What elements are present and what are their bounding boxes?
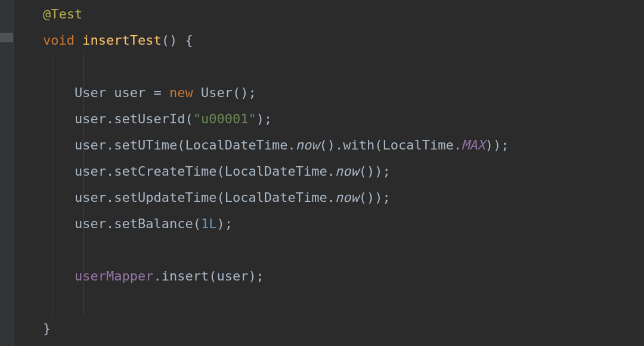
stmt-insert-b: .insert(user); (153, 269, 264, 283)
close-paren-stmt: ()); (359, 190, 391, 205)
editor-gutter (0, 0, 14, 346)
keyword-void: void (43, 33, 75, 48)
decl-rest: () { (162, 33, 193, 48)
stmt-user-decl-b: User(); (193, 85, 256, 100)
close-stmt-2: )); (485, 138, 509, 152)
keyword-new: new (169, 85, 193, 100)
stmt-setupdate-a: user.setUpdateTime(LocalDateTime. (75, 190, 335, 205)
code-area[interactable]: @Test void insertTest() { User user = ne… (13, 0, 644, 342)
static-method-now: now (296, 138, 320, 152)
method-fold-marker[interactable] (0, 33, 13, 42)
code-content[interactable]: @Test void insertTest() { User user = ne… (43, 1, 644, 342)
method-name: insertTest (82, 33, 161, 48)
close-stmt: ); (216, 216, 233, 231)
brace-close: } (43, 321, 51, 336)
close-stmt: ); (256, 111, 273, 126)
static-method-now: now (335, 164, 359, 179)
close-paren-stmt: ()); (359, 164, 391, 179)
annotation: @Test (43, 7, 82, 21)
stmt-setutime-b: ().with(LocalTime. (320, 138, 462, 152)
stmt-setbalance-a: user.setBalance( (75, 216, 201, 231)
static-field-max: MAX (462, 138, 485, 152)
static-method-now: now (335, 190, 359, 205)
stmt-setuserid-a: user.setUserId( (75, 111, 193, 126)
code-editor[interactable]: @Test void insertTest() { User user = ne… (0, 0, 644, 346)
stmt-user-decl-a: User user = (75, 85, 169, 100)
field-usermapper: userMapper (75, 269, 153, 283)
stmt-setutime-a: user.setUTime(LocalDateTime. (75, 138, 296, 152)
string-u00001: "u00001" (193, 111, 256, 126)
number-1l: 1L (201, 216, 217, 231)
stmt-setcreate-a: user.setCreateTime(LocalDateTime. (75, 164, 335, 179)
